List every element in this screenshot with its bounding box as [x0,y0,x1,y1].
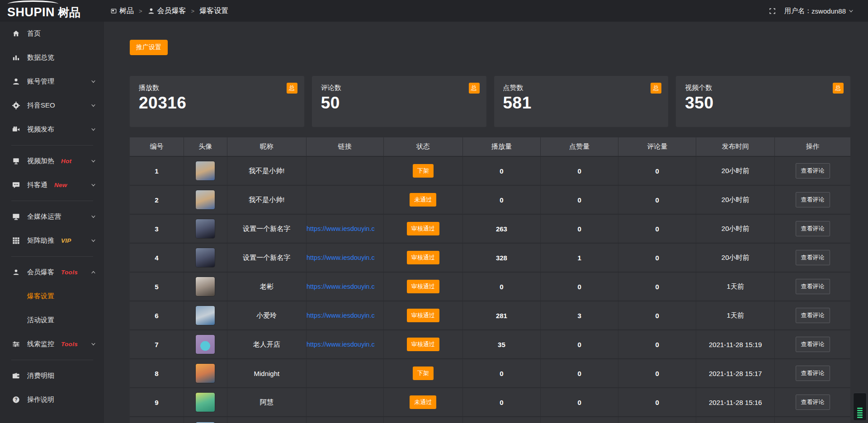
cell-plays: 35 [462,330,540,359]
cell-nickname: 小爱玲 [227,301,306,330]
cell-actions: 查看评论 [775,214,850,243]
cell-comments: 0 [618,243,696,272]
sidebar-item-2-1[interactable]: 矩阵助推VIP [0,229,104,253]
avatar [196,190,215,209]
chevron-down-icon [848,8,854,14]
column-header-1: 头像 [184,137,227,156]
logo-arc [8,0,58,8]
stat-card-value: 350 [685,94,841,113]
table-row-8: 8Midnight下架0002021-11-28 15:17查看评论 [130,359,850,388]
cell-likes: 0 [541,156,618,185]
sidebar-divider [11,145,93,146]
gear-icon [11,101,20,110]
sidebar-item-1-0[interactable]: 视频加热Hot [0,149,104,173]
stat-card-3: 视频个数总350 [676,76,850,127]
column-header-3: 链接 [307,137,384,156]
video-link[interactable]: https://www.iesdouyin.c [307,283,383,290]
cell-actions: 查看评论 [775,359,850,388]
sidebar-item-0-0[interactable]: 首页 [0,22,104,46]
stat-cards: 播放数总20316评论数总50点赞数总581视频个数总350 [130,76,850,127]
view-comments-button[interactable]: 查看评论 [796,163,830,179]
view-comments-button[interactable]: 查看评论 [796,308,830,323]
sidebar-subitem-3-1[interactable]: 爆客设置 [0,284,104,308]
view-comments-button[interactable]: 查看评论 [796,366,830,381]
video-link[interactable]: https://www.iesdouyin.c [307,312,383,319]
view-comments-button[interactable]: 查看评论 [796,250,830,265]
cell-comments: 0 [618,272,696,301]
status-badge: 审核通过 [407,222,439,235]
sidebar-item-label: 爆客设置 [27,292,54,301]
cell-publish-time: 2021-11-28 15:17 [696,359,775,388]
app-logo[interactable]: SHUPIN 树品 [0,0,104,22]
username-label: 用户名： [784,7,811,15]
sidebar-item-3-3[interactable]: 线索监控Tools [0,332,104,356]
cell-id: 5 [130,272,184,301]
widget-bar [857,412,863,414]
cell-actions: 查看评论 [775,388,850,417]
sidebar-item-2-0[interactable]: 全媒体运营 [0,205,104,229]
view-comments-button[interactable]: 查看评论 [796,221,830,236]
column-header-4: 状态 [383,137,462,156]
view-comments-button[interactable]: 查看评论 [796,192,830,207]
view-comments-button[interactable]: 查看评论 [796,395,830,410]
cell-comments: 0 [618,330,696,359]
promo-settings-button[interactable]: 推广设置 [130,40,168,55]
sidebar: 首页数据总览账号管理抖音SEO视频发布视频加热Hot抖客通New全媒体运营矩阵助… [0,22,104,423]
cell-comments: 0 [618,185,696,214]
member-icon [11,268,20,277]
sidebar-item-0-1[interactable]: 数据总览 [0,46,104,70]
cell-comments: 0 [618,156,696,185]
chevron-up-icon [90,269,97,276]
breadcrumb-item-1[interactable]: 会员爆客 [147,6,186,16]
sidebar-item-0-2[interactable]: 账号管理 [0,70,104,94]
chart-icon [11,53,20,62]
breadcrumb: 树品>会员爆客>爆客设置 [110,6,228,16]
sidebar-item-1-1[interactable]: 抖客通New [0,173,104,197]
home-icon [11,29,20,38]
view-comments-button[interactable]: 查看评论 [796,337,830,352]
video-link[interactable]: https://www.iesdouyin.c [307,254,383,261]
sidebar-item-label: 矩阵助推 [27,236,54,245]
cell-link: https://www.iesdouyin.c [307,272,384,301]
cell-id [130,417,184,423]
sidebar-item-4-1[interactable]: ?操作说明 [0,388,104,412]
user-menu[interactable]: 用户名： zswodun88 [784,7,854,15]
logo-suffix: 树品 [58,2,80,20]
cell-likes [541,417,618,423]
breadcrumb-item-2[interactable]: 爆客设置 [199,6,228,16]
stat-card-total-badge: 总 [287,83,297,94]
cell-publish-time: 1天前 [696,301,775,330]
sidebar-item-0-4[interactable]: 视频发布 [0,118,104,141]
cell-id: 1 [130,156,184,185]
sidebar-divider [11,256,93,257]
cell-actions: 查看评论 [775,185,850,214]
sidebar-item-3-0[interactable]: 会员爆客Tools [0,260,104,284]
status-badge: 审核通过 [407,280,439,293]
fullscreen-icon[interactable] [769,7,776,15]
cell-likes: 3 [541,301,618,330]
cell-plays: 328 [462,243,540,272]
sidebar-item-0-3[interactable]: 抖音SEO [0,94,104,118]
cell-status: 审核通过 [383,214,462,243]
cell-avatar [184,272,227,301]
cell-id: 6 [130,301,184,330]
username-value: zswodun88 [811,7,846,15]
breadcrumb-item-0[interactable]: 树品 [110,6,134,16]
floating-widget[interactable] [853,393,867,421]
view-comments-button[interactable]: 查看评论 [796,279,830,294]
video-link[interactable]: https://www.iesdouyin.c [307,225,383,232]
status-badge: 审核通过 [407,251,439,264]
stat-card-total-badge: 总 [469,83,480,94]
breadcrumb-separator: > [139,8,142,14]
cell-comments: 0 [618,359,696,388]
sidebar-subitem-3-2[interactable]: 活动设置 [0,308,104,332]
member-icon [147,7,155,15]
table-row-9: 9阿慧未通过0002021-11-28 15:16查看评论 [130,388,850,417]
chevron-down-icon [90,78,97,85]
cell-actions: 查看评论 [775,272,850,301]
cell-comments: 0 [618,388,696,417]
cell-publish-time: 20小时前 [696,214,775,243]
video-link[interactable]: https://www.iesdouyin.c [307,341,383,348]
chevron-down-icon [90,102,97,109]
sidebar-item-4-0[interactable]: 消费明细 [0,364,104,388]
